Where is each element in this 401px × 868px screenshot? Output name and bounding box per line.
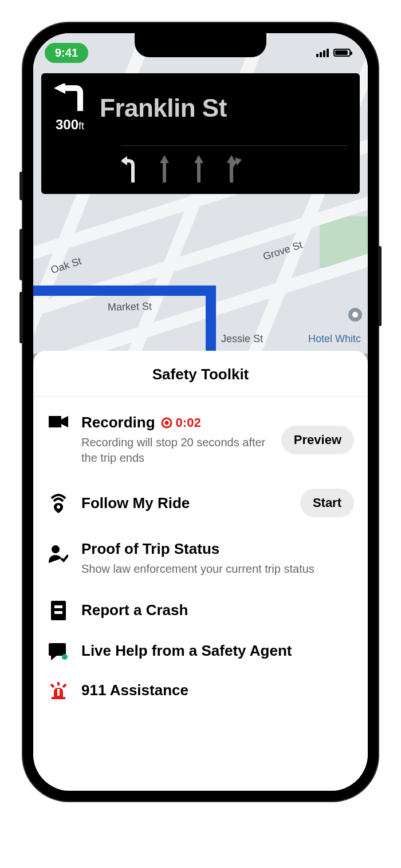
row-title: Report a Crash <box>81 601 188 619</box>
cellular-signal-icon <box>316 49 329 57</box>
status-time-pill[interactable]: 9:41 <box>45 43 88 63</box>
svg-point-14 <box>52 545 60 553</box>
svg-rect-10 <box>49 416 61 427</box>
camera-icon <box>47 415 70 429</box>
side-button <box>19 172 23 200</box>
map-label-jessie: Jessie St <box>221 333 263 345</box>
beacon-icon <box>47 494 70 513</box>
phone-frame: Oak St Market St Jessie St Grove St Hote… <box>23 23 378 801</box>
navigation-street: Franklin St <box>100 94 227 122</box>
row-title: Follow My Ride <box>81 494 190 512</box>
svg-point-9 <box>352 312 358 318</box>
sheet-title: Safety Toolkit <box>33 351 368 397</box>
turn-distance: 300ft <box>53 117 87 133</box>
turn-distance-value: 300 <box>56 117 78 132</box>
volume-up-button <box>19 229 23 280</box>
row-title: Recording <box>81 414 155 431</box>
start-button[interactable]: Start <box>300 489 354 517</box>
nav-divider <box>121 145 348 146</box>
lane-straight-icon <box>156 155 173 184</box>
power-button <box>378 246 382 326</box>
turn-left-icon <box>53 84 87 112</box>
chat-agent-icon <box>47 642 70 660</box>
notch <box>135 33 266 57</box>
lane-left-icon <box>121 155 139 184</box>
svg-rect-16 <box>54 605 62 608</box>
lane-guidance <box>121 155 348 184</box>
row-title: 911 Assistance <box>81 681 188 699</box>
volume-down-button <box>19 292 23 343</box>
lane-straight-right-icon <box>225 155 242 184</box>
svg-line-21 <box>51 684 54 687</box>
record-icon <box>161 417 172 429</box>
toolkit-row-crash[interactable]: Report a Crash <box>33 589 368 631</box>
safety-toolkit-sheet[interactable]: Safety Toolkit Recording 0:02 <box>33 351 368 791</box>
map-label-hotel: Hotel Whitc <box>308 333 361 345</box>
row-title: Proof of Trip Status <box>81 540 219 557</box>
svg-line-22 <box>63 684 66 687</box>
report-icon <box>47 601 70 620</box>
svg-rect-24 <box>57 689 60 696</box>
toolkit-row-proof[interactable]: Proof of Trip Status Show law enforcemen… <box>33 528 368 589</box>
recording-indicator: 0:02 <box>161 415 201 430</box>
turn-distance-unit: ft <box>78 120 84 132</box>
row-subtitle: Show law enforcement your current trip s… <box>81 561 354 577</box>
svg-point-12 <box>164 421 168 425</box>
svg-point-13 <box>57 505 60 509</box>
svg-rect-23 <box>52 697 65 699</box>
siren-icon <box>47 682 70 699</box>
recording-time: 0:02 <box>176 415 201 430</box>
preview-button[interactable]: Preview <box>281 426 354 454</box>
toolkit-list: Recording 0:02 Recording will stop 20 se… <box>33 397 368 710</box>
toolkit-row-livehelp[interactable]: Live Help from a Safety Agent <box>33 631 368 671</box>
lane-straight-icon <box>190 155 207 184</box>
row-subtitle: Recording will stop 20 seconds after the… <box>81 435 270 466</box>
toolkit-row-follow[interactable]: Follow My Ride Start <box>33 478 368 528</box>
toolkit-row-911[interactable]: 911 Assistance <box>33 671 368 710</box>
screen: Oak St Market St Jessie St Grove St Hote… <box>33 33 368 791</box>
svg-rect-15 <box>51 601 66 620</box>
toolkit-row-recording[interactable]: Recording 0:02 Recording will stop 20 se… <box>33 401 368 478</box>
map-label-market: Market St <box>108 300 152 313</box>
svg-rect-18 <box>49 643 66 656</box>
person-check-icon <box>47 545 70 563</box>
navigation-card[interactable]: 300ft Franklin St <box>41 73 360 194</box>
battery-icon <box>333 49 351 57</box>
svg-rect-17 <box>54 611 62 614</box>
svg-point-19 <box>62 654 68 660</box>
row-title: Live Help from a Safety Agent <box>81 642 292 659</box>
